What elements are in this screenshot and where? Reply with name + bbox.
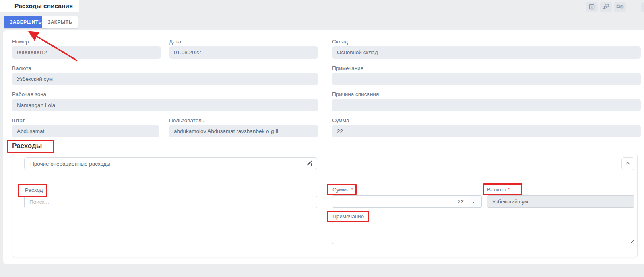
detail-summa-label: Сумма* xyxy=(332,187,353,193)
valyuta-label: Валюта xyxy=(12,65,31,71)
expenses-heading: Расходы xyxy=(12,142,42,150)
expense-category-value: Прочие операционные расходы xyxy=(30,161,305,167)
detail-primechanie-textarea[interactable] xyxy=(332,222,634,244)
nomer-value: 0000000012 xyxy=(12,46,161,59)
rashod-search-input[interactable] xyxy=(24,196,317,208)
polzovatel-label: Пользователь xyxy=(169,117,204,123)
rabochaya-zona-label: Рабочая зона xyxy=(12,91,46,97)
primechanie-value xyxy=(332,73,641,85)
collapse-button[interactable] xyxy=(621,157,634,170)
polzovatel-value: abdukamolov Abdusamat ravshanbek o`g`li xyxy=(169,125,318,137)
data-label: Дата xyxy=(169,39,181,45)
detail-summa-input[interactable] xyxy=(332,195,469,208)
user-presentation-button[interactable] xyxy=(600,2,612,12)
page: Расходы списания A Я xyxy=(0,0,644,277)
shtat-value: Abdusamat xyxy=(12,125,159,137)
primechanie-label: Примечание xyxy=(332,65,363,71)
page-title: Расходы списания xyxy=(14,2,73,10)
partial-icon-button[interactable] xyxy=(641,2,644,12)
close-button[interactable]: ЗАКРЫТЬ xyxy=(42,16,78,28)
finish-button[interactable]: ЗАВЕРШИТЬ xyxy=(4,16,47,28)
nomer-label: Номер xyxy=(12,39,29,45)
edit-icon[interactable] xyxy=(305,160,312,167)
sklad-value: Основной склад xyxy=(332,46,641,59)
card-divider xyxy=(12,176,637,176)
shtat-label: Штат xyxy=(12,117,25,123)
detail-valyuta-value: Узбекский сум xyxy=(487,195,634,208)
user-presentation-icon xyxy=(602,3,609,12)
hamburger-menu-icon[interactable] xyxy=(5,4,11,8)
data-value: 01.08.2022 xyxy=(169,46,318,59)
required-mark: * xyxy=(351,187,353,193)
prichina-label: Причина списания xyxy=(332,91,379,97)
copy-sum-button[interactable]: ← xyxy=(469,195,482,208)
translate-button[interactable]: A Я xyxy=(614,2,626,12)
sklad-label: Склад xyxy=(332,39,348,45)
required-mark: * xyxy=(508,187,510,193)
chevron-up-icon xyxy=(625,161,631,166)
prichina-value xyxy=(332,99,641,111)
detail-primechanie-label: Примечание xyxy=(332,213,364,220)
arrow-left-icon: ← xyxy=(472,198,478,205)
detail-valyuta-label: Валюта* xyxy=(487,187,510,193)
valyuta-value: Узбекский сум xyxy=(12,73,318,85)
svg-text:A: A xyxy=(617,5,619,8)
rabochaya-zona-value: Namangan Lola xyxy=(12,99,318,111)
calendar-plus-button[interactable] xyxy=(586,2,598,12)
translate-icon: A Я xyxy=(616,4,624,11)
calendar-plus-icon xyxy=(588,3,595,12)
summa-value: 22 xyxy=(332,125,641,137)
svg-text:Я: Я xyxy=(621,5,623,8)
expense-category-select[interactable]: Прочие операционные расходы xyxy=(24,157,317,170)
page-header: Расходы списания xyxy=(0,0,79,12)
summa-label: Сумма xyxy=(332,117,349,123)
rashod-label: Расход xyxy=(25,187,43,193)
